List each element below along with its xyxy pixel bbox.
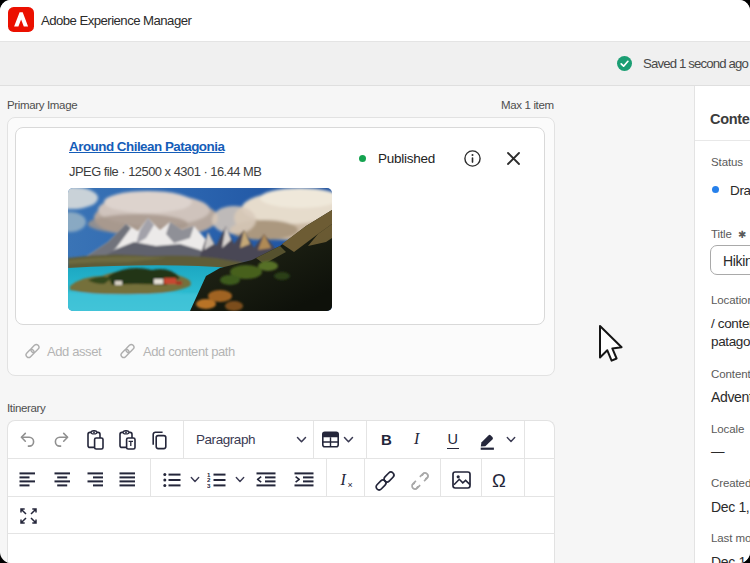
svg-text:×: × bbox=[348, 480, 353, 490]
svg-text:3: 3 bbox=[207, 482, 211, 488]
svg-text:I: I bbox=[340, 471, 347, 488]
